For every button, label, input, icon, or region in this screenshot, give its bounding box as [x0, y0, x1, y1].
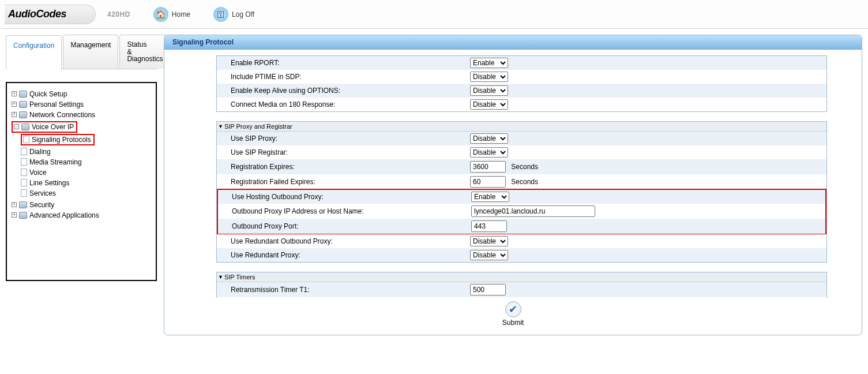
tree-signaling-protocols[interactable]: Signaling Protocols — [21, 134, 95, 145]
label-keep-alive: Enable Keep Alive using OPTIONS: — [231, 87, 470, 95]
section-proxy: ▼ SIP Proxy and Registrar Use SIP Proxy:… — [216, 121, 827, 263]
folder-icon — [19, 201, 27, 208]
page-icon — [21, 179, 27, 186]
tree-label: Voice Over IP — [32, 123, 74, 131]
section-timers: ▼ SIP Timers Retransmission Timer T1: Re… — [216, 272, 827, 298]
tree-network-connections[interactable]: + Network Connections — [12, 111, 153, 119]
expand-icon[interactable]: + — [12, 102, 17, 107]
tree-label: Line Settings — [29, 179, 69, 187]
tree-label: Signaling Protocols — [32, 136, 91, 144]
select-enable-rport[interactable]: Enable — [470, 58, 508, 68]
topbar: AudioCodes 420HD 🏠 Home ⚿ Log Off — [0, 0, 868, 29]
page-icon — [21, 158, 27, 166]
label-reg-expires: Registration Expires: — [231, 163, 470, 171]
label-reg-fail-expires: Registration Failed Expires: — [231, 178, 470, 186]
page-icon — [21, 148, 27, 155]
tree-line-settings[interactable]: Line Settings — [21, 179, 153, 187]
tree-label: Media Streaming — [29, 158, 82, 166]
nav-tree: + Quick Setup + Personal Settings — [6, 82, 157, 281]
tab-status[interactable]: Status & Diagnostics — [119, 35, 170, 69]
home-link[interactable]: 🏠 Home — [153, 7, 190, 22]
label-use-sip-proxy: Use SIP Proxy: — [231, 134, 470, 143]
label-enable-rport: Enable RPORT: — [231, 59, 470, 67]
input-reg-fail-expires[interactable] — [470, 176, 506, 188]
tree-label: Quick Setup — [29, 90, 67, 98]
page-icon — [21, 169, 27, 176]
tree-quick-setup[interactable]: + Quick Setup — [12, 90, 153, 98]
select-connect-media[interactable]: Disable — [470, 99, 508, 110]
section-timers-title: SIP Timers — [224, 274, 255, 280]
tab-management[interactable]: Management — [63, 35, 118, 69]
label-ob-proxy-port: Outbound Proxy Port: — [232, 222, 471, 230]
input-ob-proxy-port[interactable] — [471, 220, 507, 232]
folder-icon — [19, 111, 27, 118]
expand-icon[interactable]: + — [12, 202, 17, 207]
section-proxy-head[interactable]: ▼ SIP Proxy and Registrar — [217, 122, 826, 132]
tree-voice-over-ip[interactable]: − Voice Over IP — [12, 121, 77, 133]
tree-label: Advanced Applications — [29, 211, 99, 219]
folder-icon — [21, 124, 29, 130]
unit-seconds: Seconds — [511, 178, 538, 186]
label-ob-proxy-ip: Outbound Proxy IP Address or Host Name: — [232, 207, 471, 215]
input-ob-proxy-ip[interactable] — [471, 205, 595, 217]
label-include-ptime: Include PTIME in SDP: — [231, 73, 470, 81]
label-use-red-proxy: Use Redundant Proxy: — [231, 251, 470, 259]
main-panel: Signaling Protocol Enable RPORT: Enable … — [164, 35, 862, 335]
select-use-sip-proxy[interactable]: Disable — [470, 133, 508, 144]
tree-services[interactable]: Services — [21, 189, 153, 197]
logoff-label: Log Off — [232, 10, 254, 18]
caret-down-icon: ▼ — [218, 124, 223, 129]
label-use-sip-registrar: Use SIP Registrar: — [231, 148, 470, 156]
home-label: Home — [172, 10, 190, 18]
unit-seconds: Seconds — [511, 163, 538, 171]
folder-icon — [19, 101, 27, 108]
section-proxy-title: SIP Proxy and Registrar — [224, 123, 292, 130]
folder-icon — [19, 91, 27, 98]
input-reg-expires[interactable] — [470, 161, 506, 173]
brand-logo: AudioCodes — [5, 5, 96, 24]
folder-icon — [19, 212, 27, 219]
page-icon — [21, 189, 27, 197]
tree-media-streaming[interactable]: Media Streaming — [21, 158, 153, 166]
collapse-icon[interactable]: − — [14, 124, 19, 129]
expand-icon[interactable]: + — [12, 91, 17, 96]
tree-advanced-applications[interactable]: + Advanced Applications — [12, 211, 153, 219]
model-label: 420HD — [107, 10, 130, 18]
select-use-sip-registrar[interactable]: Disable — [470, 147, 508, 158]
expand-icon[interactable]: + — [12, 112, 17, 117]
label-t1: Retransmission Timer T1: — [231, 286, 470, 294]
logoff-link[interactable]: ⚿ Log Off — [213, 7, 254, 22]
page-icon — [23, 136, 29, 143]
select-include-ptime[interactable]: Disable — [470, 72, 508, 82]
key-icon: ⚿ — [213, 7, 228, 22]
expand-icon[interactable]: + — [12, 212, 17, 218]
caret-down-icon: ▼ — [218, 274, 223, 280]
tree-label: Services — [29, 189, 56, 197]
submit-label: Submit — [164, 319, 862, 327]
section-general: Enable RPORT: Enable Include PTIME in SD… — [216, 55, 827, 112]
tree-security[interactable]: + Security — [12, 201, 153, 209]
tree-label: Security — [29, 201, 54, 209]
label-connect-media: Connect Media on 180 Response: — [231, 100, 470, 109]
form-scroll[interactable]: Enable RPORT: Enable Include PTIME in SD… — [164, 50, 862, 298]
home-icon: 🏠 — [153, 7, 168, 22]
input-t1[interactable] — [470, 284, 506, 296]
tab-configuration[interactable]: Configuration — [6, 35, 62, 69]
brand-text: AudioCodes — [8, 8, 66, 20]
tree-label: Voice — [29, 169, 46, 177]
select-use-hob-proxy[interactable]: Enable — [471, 192, 509, 202]
label-use-red-ob-proxy: Use Redundant Outbound Proxy: — [231, 237, 470, 245]
select-use-red-ob-proxy[interactable]: Disable — [470, 236, 508, 246]
tree-dialing[interactable]: Dialing — [21, 148, 153, 156]
tree-personal-settings[interactable]: + Personal Settings — [12, 100, 153, 109]
section-timers-head[interactable]: ▼ SIP Timers — [217, 272, 826, 282]
tree-voice[interactable]: Voice — [21, 169, 153, 177]
submit-button[interactable]: ✔ — [505, 301, 521, 317]
select-use-red-proxy[interactable]: Disable — [470, 250, 508, 260]
select-keep-alive[interactable]: Disable — [470, 85, 508, 96]
label-use-hob-proxy: Use Hosting Outbound Proxy: — [232, 193, 471, 201]
panel-title: Signaling Protocol — [164, 35, 862, 50]
tree-label: Dialing — [29, 148, 51, 156]
tree-label: Network Connections — [29, 111, 95, 119]
side-tabs: Configuration Management Status & Diagno… — [6, 35, 157, 69]
